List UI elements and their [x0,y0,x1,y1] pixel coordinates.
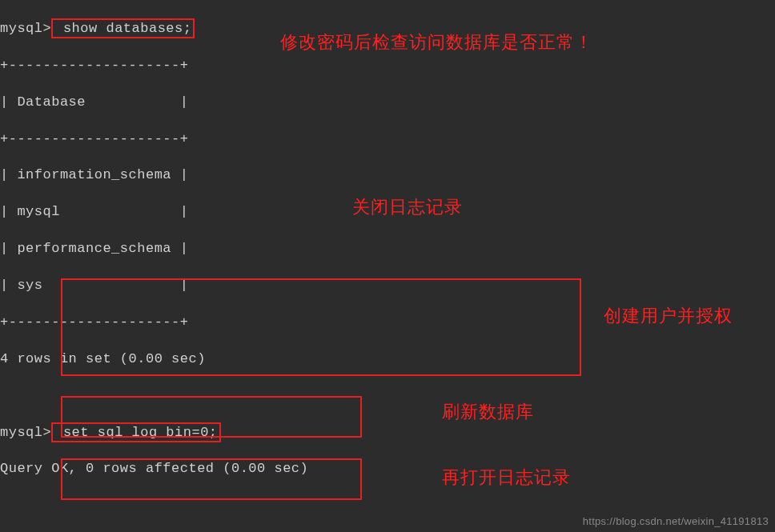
table-separator: +--------------------+ [0,57,775,75]
rows-in-set: 4 rows in set (0.00 sec) [0,350,775,369]
table-header: | Database | [0,94,775,112]
annotation-create-user: 创建用户并授权 [604,304,733,328]
query-ok: Query OK, 0 rows affected (0.00 sec) [0,460,775,478]
annotation-log-on: 再打开日志记录 [442,466,571,490]
highlight-show-databases: show databases; [51,18,195,38]
highlight-log-off: set sql_log_bin=0; [51,422,220,442]
table-separator: +--------------------+ [0,130,775,149]
table-row: | information_schema | [0,166,775,185]
table-row: | sys | [0,277,775,295]
annotation-log-off: 关闭日志记录 [352,195,463,219]
annotation-flush: 刷新数据库 [442,400,534,424]
annotation-check-db: 修改密码后检查访问数据库是否正常！ [280,30,593,54]
table-row: | performance_schema | [0,240,775,258]
cmd-log-off: mysql> set sql_log_bin=0; [0,424,775,442]
terminal-output[interactable]: mysql> show databases; +----------------… [0,0,775,532]
